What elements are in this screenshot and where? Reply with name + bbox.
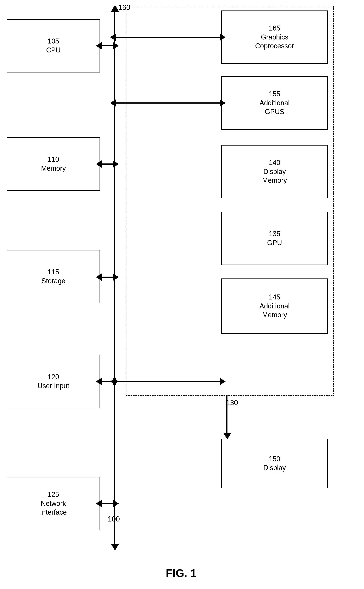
user-input-label: User Input (38, 381, 69, 390)
user-input-box: 120 User Input (7, 355, 100, 408)
storage-box: 115 Storage (7, 250, 100, 303)
display-memory-label: DisplayMemory (262, 167, 287, 185)
display-label: Display (263, 464, 286, 472)
memory-label: Memory (41, 164, 66, 173)
system-label: 100 (108, 515, 120, 523)
network-interface-arrow (100, 503, 114, 504)
gpu-label: GPU (267, 238, 282, 247)
gpu-box: 135 GPU (221, 212, 328, 265)
additional-memory-box: 145 AdditionalMemory (221, 278, 328, 334)
additional-memory-number: 145 (269, 293, 280, 302)
display-number: 150 (269, 455, 280, 464)
system-boundary (126, 6, 334, 396)
cpu-label: CPU (46, 46, 61, 55)
network-interface-label: NetworkInterface (40, 499, 67, 517)
network-interface-box: 125 NetworkInterface (7, 477, 100, 530)
connect-label: 130 (226, 399, 238, 407)
network-interface-number: 125 (48, 490, 59, 499)
memory-box: 110 Memory (7, 137, 100, 191)
additional-memory-arrow (115, 381, 221, 382)
connect-arrow-down (223, 432, 232, 439)
display-box: 150 Display (221, 439, 328, 488)
storage-number: 115 (48, 268, 59, 277)
memory-arrow (100, 164, 114, 165)
bus-arrow-up (111, 5, 119, 12)
gpu-number: 135 (269, 229, 280, 238)
bus-arrow-down (111, 543, 119, 550)
graphics-coprocessor-box: 165 GraphicsCoprocessor (221, 11, 328, 64)
connect-line (226, 396, 228, 434)
diagram: 160 100 105 CPU 110 Memory 115 Storage 1… (0, 0, 364, 589)
additional-gpus-box: 155 AdditionalGPUS (221, 76, 328, 130)
graphics-coprocessor-arrow (115, 37, 221, 38)
storage-arrow (100, 277, 114, 278)
cpu-arrow (100, 45, 114, 46)
figure-label: FIG. 1 (114, 567, 248, 579)
cpu-box: 105 CPU (7, 19, 100, 72)
additional-gpus-number: 155 (269, 90, 280, 99)
graphics-coprocessor-number: 165 (269, 24, 280, 33)
additional-gpus-arrow (115, 102, 221, 104)
additional-gpus-label: AdditionalGPUS (260, 99, 290, 117)
user-input-number: 120 (48, 373, 59, 381)
graphics-coprocessor-label: GraphicsCoprocessor (255, 33, 294, 51)
cpu-number: 105 (48, 37, 59, 46)
additional-memory-label: AdditionalMemory (260, 302, 290, 320)
display-memory-number: 140 (269, 158, 280, 167)
storage-label: Storage (41, 277, 65, 286)
display-memory-box: 140 DisplayMemory (221, 145, 328, 198)
memory-number: 110 (48, 155, 59, 164)
